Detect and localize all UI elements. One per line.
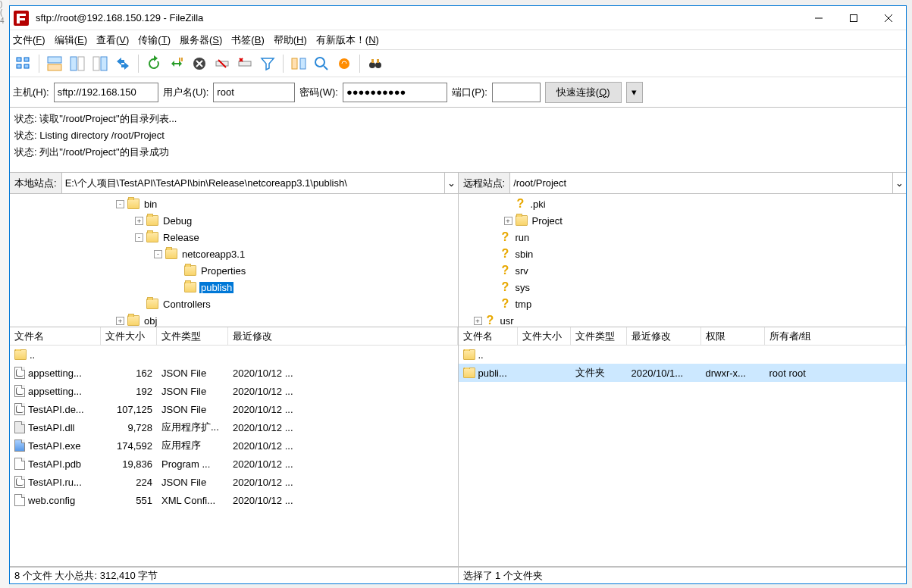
col-mod[interactable]: 最近修改 [627,327,701,345]
col-name[interactable]: 文件名 [10,327,101,345]
tree-node[interactable]: ?run [459,229,907,246]
message-log[interactable]: 状态: 读取"/root/Project"的目录列表... 状态: Listin… [10,108,906,173]
tree-node[interactable]: publish [10,279,458,296]
tb-toggle-log[interactable] [44,53,65,74]
port-input[interactable] [492,83,541,102]
file-mod-cell: 2020/10/12 ... [228,495,458,506]
tree-node[interactable]: -Release [10,229,458,246]
menu-server[interactable]: 服务器(S) [180,33,222,47]
unknown-icon: ? [500,230,511,244]
menu-transfer[interactable]: 传输(T) [138,33,171,47]
tree-node[interactable]: +Project [459,212,907,229]
quickconnect-dropdown[interactable]: ▾ [626,82,643,103]
tb-cancel[interactable] [189,53,210,74]
col-size[interactable]: 文件大小 [518,327,571,345]
tree-label: Release [161,232,201,243]
unknown-icon: ? [500,264,511,277]
menu-file[interactable]: 文件(F) [13,33,45,47]
close-button[interactable] [871,7,906,30]
tb-syncbrowse[interactable] [311,53,332,74]
collapse-icon[interactable]: - [116,200,124,208]
file-row[interactable]: TestAPI.ru...224JSON File2020/10/12 ... [10,473,458,491]
file-row[interactable]: TestAPI.de...107,125JSON File2020/10/12 … [10,400,458,418]
tree-node[interactable]: ?sbin [459,246,907,262]
expand-icon[interactable]: + [504,217,512,225]
col-type[interactable]: 文件类型 [571,327,627,345]
tree-node[interactable]: +?usr [459,312,907,327]
remote-tree[interactable]: ?.pki+Project?run?sbin?srv?sys?tmp+?usr [459,194,907,327]
remote-path-input[interactable] [510,173,892,193]
file-row[interactable]: publi...文件夹2020/10/1...drwxr-x...root ro… [459,364,907,382]
col-name[interactable]: 文件名 [459,327,518,345]
dll-file-icon [14,421,25,433]
tree-node[interactable]: +obj [10,312,458,327]
tb-reconnect[interactable] [234,53,255,74]
tree-label: Controllers [161,299,212,310]
menu-view[interactable]: 查看(V) [96,33,129,47]
tree-node[interactable]: ?.pki [459,195,907,212]
file-row[interactable]: appsetting...192JSON File2020/10/12 ... [10,382,458,400]
col-mod[interactable]: 最近修改 [228,327,458,345]
file-row[interactable]: TestAPI.exe174,592应用程序2020/10/12 ... [10,436,458,455]
tree-node[interactable]: ?sys [459,279,907,296]
local-filelist[interactable]: 文件名 文件大小 文件类型 最近修改 ..appsetting...162JSO… [10,327,458,566]
tree-spacer [173,283,181,292]
tb-toggle-remotetree[interactable] [89,53,111,74]
tb-refresh[interactable] [143,53,165,74]
file-name-cell: TestAPI.pdb [10,458,101,470]
file-size-cell: 192 [101,386,157,397]
local-tree[interactable]: -bin+Debug-Release-netcoreapp3.1Properti… [10,194,458,327]
menu-bookmark[interactable]: 书签(B) [231,33,264,47]
quickconnect-button[interactable]: 快速连接(Q) [545,82,622,103]
file-row[interactable]: TestAPI.pdb19,836Program ...2020/10/12 .… [10,455,458,473]
minimize-button[interactable] [801,7,836,30]
collapse-icon[interactable]: - [154,250,162,258]
remote-path-dropdown[interactable]: ⌄ [892,173,906,193]
col-size[interactable]: 文件大小 [101,327,157,345]
tree-spacer [489,233,497,242]
tb-binoculars[interactable] [365,53,386,74]
menu-help[interactable]: 帮助(H) [274,33,307,47]
file-row[interactable]: .. [459,346,907,364]
tb-disconnect[interactable] [212,53,233,74]
col-owner[interactable]: 所有者/组 [765,327,907,345]
file-row[interactable]: .. [10,346,458,364]
tb-toggle-queue[interactable] [112,53,133,74]
quickconnect-bar: 主机(H): 用户名(U): 密码(W): 端口(P): 快速连接(Q) ▾ [10,77,906,108]
tb-sitemanager[interactable] [13,53,34,74]
expand-icon[interactable]: + [116,317,124,325]
tb-filter[interactable] [257,53,278,74]
tb-toggle-localtree[interactable] [67,53,88,74]
tree-node[interactable]: ?tmp [459,296,907,312]
tree-node[interactable]: Properties [10,262,458,279]
tree-node[interactable]: Controllers [10,296,458,312]
expand-icon[interactable]: + [474,317,482,325]
local-path-input[interactable] [62,173,444,193]
local-path-dropdown[interactable]: ⌄ [444,173,458,193]
pass-input[interactable] [343,83,447,102]
file-type-cell: JSON File [157,386,228,397]
menu-newversion[interactable]: 有新版本！(N) [316,33,379,47]
tb-processqueue[interactable] [166,53,187,74]
file-row[interactable]: web.config551XML Confi...2020/10/12 ... [10,491,458,509]
remote-filelist[interactable]: 文件名 文件大小 文件类型 最近修改 权限 所有者/组 ..publi...文件… [459,327,907,566]
folder-icon [184,282,196,292]
collapse-icon[interactable]: - [135,233,143,242]
file-row[interactable]: TestAPI.dll9,728应用程序扩...2020/10/12 ... [10,418,458,436]
user-input[interactable] [213,83,295,102]
svg-point-22 [315,58,324,67]
menu-edit[interactable]: 编辑(E) [55,33,87,47]
tb-compare[interactable] [288,53,309,74]
expand-icon[interactable]: + [135,217,143,225]
tree-node[interactable]: ?srv [459,262,907,279]
col-perm[interactable]: 权限 [701,327,765,345]
maximize-button[interactable] [836,7,871,30]
tree-node[interactable]: +Debug [10,212,458,229]
tb-search[interactable] [334,53,355,74]
col-type[interactable]: 文件类型 [157,327,228,345]
unknown-icon: ? [516,197,526,211]
tree-node[interactable]: -bin [10,195,458,212]
tree-node[interactable]: -netcoreapp3.1 [10,246,458,262]
file-row[interactable]: appsetting...162JSON File2020/10/12 ... [10,364,458,382]
host-input[interactable] [54,83,158,102]
